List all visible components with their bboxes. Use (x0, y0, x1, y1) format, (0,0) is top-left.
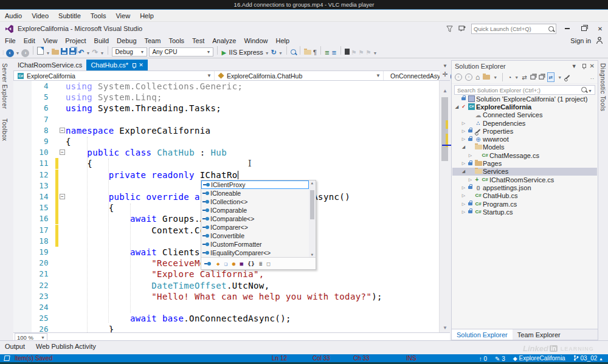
tree-item[interactable]: ▷+C#IChatRoomService.cs (452, 176, 597, 184)
breadcrumb-item[interactable]: C#ExploreCalifornia▼ (14, 71, 214, 80)
show-all-files-icon[interactable] (539, 75, 544, 79)
splitter-handle-icon[interactable]: ✛ (440, 70, 451, 80)
code-line[interactable]: 4using System.Collections.Generic; (13, 81, 439, 92)
tree-item[interactable]: ▷C#ChatHub.cs (452, 192, 597, 200)
character-indicator[interactable]: Ch 33 (353, 354, 370, 362)
tree-item[interactable]: ▷∴Dependencies (452, 119, 597, 127)
repository-indicator[interactable]: ◆ ExploreCalifornia (513, 354, 565, 363)
close-button[interactable]: ✕ (595, 24, 606, 33)
indent-b-icon[interactable]: ≣ (331, 46, 336, 57)
column-indicator[interactable]: Col 33 (313, 354, 330, 362)
gray-b-icon[interactable]: ⚑ (359, 46, 364, 57)
pin-icon[interactable] (581, 64, 586, 68)
switch-views-icon[interactable] (483, 75, 490, 80)
menu-test[interactable]: Test (192, 37, 204, 44)
output-tab-web-publish-activity[interactable]: Web Publish Activity (36, 343, 96, 350)
refresh-icon[interactable]: ⇄ (522, 74, 527, 81)
code-line[interactable]: 6using System.Threading.Tasks; (13, 103, 439, 114)
collapsed-icon[interactable]: ▷ (460, 185, 467, 190)
branch-indicator[interactable]: 03_02 ▲ (573, 354, 603, 363)
insert-mode-indicator[interactable]: INS (406, 354, 416, 362)
tree-item[interactable]: ▷Pages (452, 159, 597, 167)
code-editor[interactable]: 4using System.Collections.Generic;5using… (13, 81, 439, 332)
undo-icon[interactable]: ↶ (78, 46, 84, 57)
document-tab[interactable]: ChatHub.cs*✕ (86, 60, 147, 70)
collapse-all-icon[interactable] (530, 75, 535, 79)
save-icon[interactable] (61, 46, 67, 57)
caret-icon[interactable]: ▼ (373, 46, 378, 57)
side-tab-server-explorer[interactable]: Server Explorer (0, 58, 9, 114)
nav-forward-icon[interactable]: › (21, 46, 29, 57)
side-tab-diagnostic-tools[interactable]: Diagnostic Tools (598, 58, 607, 116)
caret-icon[interactable]: ▼ (16, 46, 20, 57)
unpushed-commits-indicator[interactable]: ↑ 0 (479, 355, 487, 363)
collapsed-icon[interactable]: ▷ (460, 121, 467, 126)
gray-c-icon[interactable]: ⚑ (366, 46, 371, 57)
close-panel-icon[interactable]: ✕ (590, 63, 595, 69)
collapsed-icon[interactable]: ▷ (460, 202, 467, 207)
vlc-menu-video[interactable]: Video (32, 12, 49, 19)
filter-members-icon[interactable]: ≣ (259, 261, 263, 267)
sign-in-link[interactable]: Sign in (570, 37, 591, 44)
tree-item[interactable]: Solution 'ExploreCalifornia' (1 project) (452, 95, 597, 103)
popup-scrollbar-thumb[interactable] (310, 190, 314, 219)
properties-wrench-icon[interactable] (565, 75, 570, 80)
overflow-icon[interactable]: .. (590, 74, 595, 80)
collapsed-icon[interactable]: ▷ (460, 193, 467, 198)
forward-icon[interactable]: › (465, 74, 472, 81)
debug-configuration-select[interactable]: Debug▼ (112, 47, 147, 57)
filter-extension-methods-icon[interactable]: ◆ (216, 261, 220, 267)
code-line[interactable]: 8−namespace ExploreCalifornia (13, 125, 439, 136)
tree-item[interactable]: ▷{}appsettings.json (452, 184, 597, 191)
collapsed-icon[interactable]: ▷ (467, 177, 474, 182)
completion-item[interactable]: IComparer<> (201, 223, 309, 232)
tree-item[interactable]: ◢✓C#ExploreCalifornia (452, 103, 597, 111)
caret-icon[interactable]: ▼ (46, 46, 50, 57)
panel-tab-solution-explorer[interactable]: Solution Explorer (452, 329, 513, 340)
filter-properties-icon[interactable]: ● (232, 261, 236, 267)
tree-item[interactable]: ▷⊕wwwroot (452, 135, 597, 143)
menu-file[interactable]: File (5, 37, 16, 44)
menu-team[interactable]: Team (145, 37, 161, 44)
completion-item[interactable]: IEqualityComparer<> (201, 249, 309, 257)
filter-all-icon[interactable]: □ (267, 261, 271, 267)
find-icon[interactable] (291, 46, 296, 57)
dropdown-icon[interactable]: ▼ (514, 75, 519, 80)
filter-interfaces-icon[interactable] (204, 261, 212, 267)
vlc-menu-help[interactable]: Help (140, 12, 154, 19)
tab-list-dropdown-icon[interactable]: ▼ (443, 63, 447, 69)
completion-item[interactable]: IClientProxy (201, 180, 309, 189)
code-line[interactable]: 5using System.Linq; (13, 92, 439, 103)
fold-collapse-icon[interactable]: − (60, 128, 65, 133)
menu-view[interactable]: View (43, 37, 58, 44)
editor-vertical-scrollbar[interactable]: ✛ ▲ ▼ (439, 81, 450, 332)
scrollbar-thumb[interactable] (441, 97, 448, 161)
scroll-up-arrow-icon[interactable]: ▲ (440, 88, 451, 94)
vlc-menu-subtitle[interactable]: Subtitle (58, 12, 81, 19)
menu-window[interactable]: Window (244, 37, 268, 44)
user-profile-icon[interactable] (596, 36, 603, 44)
dropdown-icon[interactable]: ▼ (558, 75, 562, 80)
line-indicator[interactable]: Ln 12 (272, 354, 287, 362)
expanded-icon[interactable]: ◢ (454, 105, 460, 109)
collapsed-icon[interactable]: ▷ (460, 137, 467, 142)
start-debugging-button[interactable]: ▶ IIS Express (221, 46, 263, 57)
caret-icon[interactable]: ▼ (265, 46, 269, 57)
collapsed-icon[interactable]: ▷ (467, 153, 474, 158)
vlc-menu-audio[interactable]: Audio (5, 12, 22, 19)
code-line[interactable]: 26 } (13, 324, 439, 332)
menu-debug[interactable]: Debug (117, 37, 136, 44)
open-file-icon[interactable] (52, 46, 59, 57)
solution-search-input[interactable]: Search Solution Explorer (Ctrl+;) ▼ (454, 85, 595, 95)
code-line[interactable]: 10− public class ChatHub : Hub (13, 147, 439, 158)
minimize-button[interactable] (562, 24, 573, 33)
expanded-icon[interactable]: ◢ (460, 145, 467, 149)
menu-edit[interactable]: Edit (24, 37, 35, 44)
completion-item[interactable]: ICustomFormatter (201, 240, 309, 249)
fold-collapse-icon[interactable]: − (60, 149, 65, 155)
code-line[interactable]: 23 "Hello! What can we help you with tod… (13, 291, 439, 302)
menu-build[interactable]: Build (94, 37, 109, 44)
vlc-menu-view[interactable]: View (116, 12, 130, 19)
completion-item[interactable]: ICollection<> (201, 197, 309, 206)
code-line[interactable]: 24 (13, 302, 439, 313)
